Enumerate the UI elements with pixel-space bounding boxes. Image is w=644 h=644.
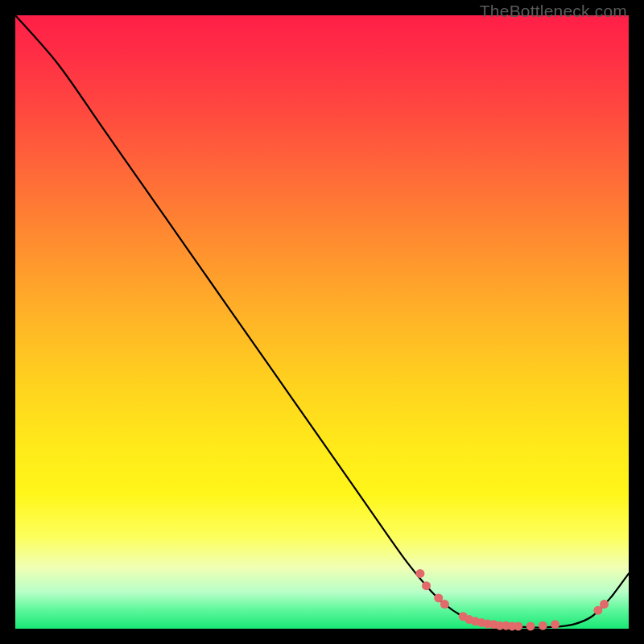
data-marker bbox=[526, 621, 535, 630]
chart-svg bbox=[15, 15, 629, 629]
data-marker bbox=[440, 600, 449, 609]
data-marker bbox=[539, 621, 547, 630]
data-marker bbox=[551, 620, 559, 629]
attribution-text: TheBottleneck.com bbox=[480, 2, 627, 21]
data-marker bbox=[415, 569, 424, 578]
data-marker bbox=[422, 581, 431, 590]
chart-plot-area bbox=[15, 15, 629, 629]
bottleneck-curve bbox=[15, 15, 629, 627]
data-marker bbox=[600, 600, 609, 609]
data-marker bbox=[514, 621, 522, 630]
marker-group bbox=[415, 569, 609, 631]
